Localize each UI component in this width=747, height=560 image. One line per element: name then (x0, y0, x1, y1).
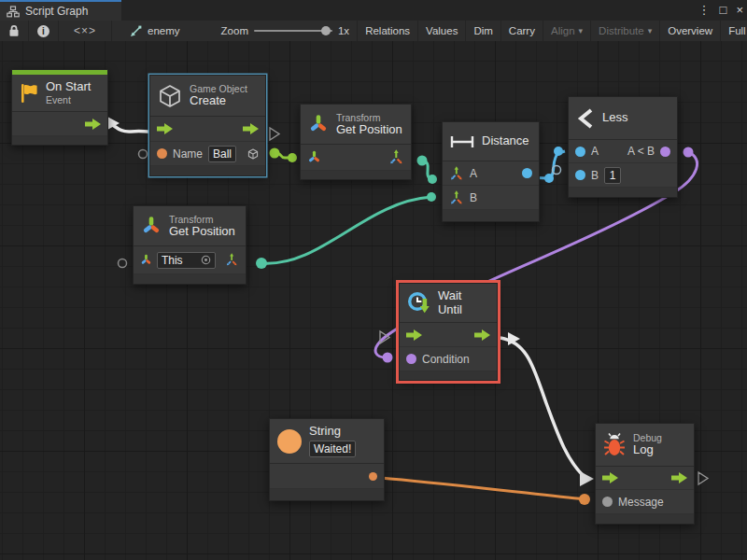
zoom-slider[interactable] (254, 30, 332, 32)
value-output-port[interactable] (660, 147, 670, 157)
node-title: Less (602, 111, 627, 125)
vector3-input-port[interactable] (449, 190, 464, 205)
value-input-port[interactable] (157, 148, 167, 159)
control-input-port[interactable] (406, 329, 422, 341)
node-get-position-bottom[interactable]: Transform Get Position This (133, 205, 247, 285)
value-output-port[interactable] (522, 168, 532, 178)
node-subtitle: Event (46, 94, 91, 105)
node-create-game-object[interactable]: Game Object Create Name Ball (149, 75, 266, 176)
transform-input-port[interactable] (307, 150, 321, 164)
string-icon (277, 429, 302, 454)
chevron-down-icon: ▾ (648, 26, 653, 35)
transform-icon (308, 114, 329, 134)
string-value-field[interactable]: Waited! (309, 441, 356, 457)
node-title: Distance (482, 134, 529, 148)
zoom-label: Zoom (221, 25, 248, 36)
distribute-button[interactable]: Distribute▾ (591, 21, 660, 41)
node-title: Get Position (336, 123, 402, 137)
target-value-field[interactable]: This (157, 252, 216, 269)
info-icon: i (37, 25, 49, 37)
node-footer (12, 136, 107, 145)
dim-button[interactable]: Dim (466, 21, 500, 41)
node-title: Create (190, 94, 247, 108)
lock-icon (8, 24, 20, 37)
value-input-port[interactable] (406, 354, 416, 364)
control-input-port[interactable] (157, 123, 173, 134)
node-get-position-top[interactable]: Transform Get Position (300, 104, 412, 180)
graph-breadcrumb[interactable]: enemy (112, 21, 188, 41)
control-output-port[interactable] (474, 329, 490, 341)
align-button[interactable]: Align▾ (543, 21, 591, 41)
values-button[interactable]: Values (418, 21, 466, 41)
value-input-port[interactable] (602, 497, 613, 507)
port-label: A (470, 167, 477, 180)
node-debug-log[interactable]: Debug Log Message (595, 423, 695, 525)
vector3-output-port[interactable] (388, 149, 404, 165)
graph-name: enemy (148, 25, 180, 36)
control-input-port[interactable] (602, 472, 618, 483)
script-graph-window: Script Graph ⋮ □ × i <×> enemy (0, 0, 747, 560)
node-title: Log (633, 443, 662, 457)
output-label: A < B (627, 145, 655, 158)
node-subtitle: Transform (169, 214, 235, 225)
tab-title: Script Graph (25, 5, 88, 18)
port-label: B (591, 169, 599, 182)
window-menu-icon[interactable]: ⋮ (698, 0, 711, 21)
window-close-icon[interactable]: × (736, 0, 743, 21)
zoom-control: Zoom 1x (188, 21, 359, 41)
control-output-port[interactable] (243, 123, 259, 134)
zoom-slider-handle[interactable] (321, 26, 331, 35)
inspect-button[interactable]: i (29, 21, 59, 41)
name-value-field[interactable]: Ball (208, 146, 236, 162)
transform-input-port[interactable] (140, 253, 152, 267)
code-toggle-icon: <×> (74, 24, 96, 37)
value-input-port[interactable] (575, 170, 585, 180)
chevron-down-icon: ▾ (579, 26, 584, 35)
node-on-start[interactable]: On Start Event (11, 69, 108, 146)
port-label: Message (618, 496, 664, 509)
wait-clock-icon (407, 290, 432, 315)
port-label: B (470, 191, 477, 204)
port-label: A (591, 145, 599, 158)
node-footer (569, 188, 677, 197)
control-output-port[interactable] (85, 119, 101, 130)
cube-icon (158, 84, 182, 108)
value-output-port[interactable] (369, 472, 377, 481)
node-string-literal[interactable]: String Waited! (269, 418, 385, 501)
node-footer (443, 210, 539, 221)
node-footer (150, 166, 265, 175)
tab-script-graph[interactable]: Script Graph (0, 0, 121, 21)
node-distance[interactable]: Distance A B (442, 121, 540, 222)
port-label: Condition (422, 353, 470, 366)
node-footer (270, 489, 384, 500)
game-object-output-port[interactable] (247, 147, 259, 161)
flag-icon (20, 83, 38, 104)
object-picker-icon[interactable] (201, 255, 211, 265)
distance-icon (450, 134, 474, 149)
vector3-output-port[interactable] (225, 252, 239, 268)
node-subtitle: Transform (336, 112, 402, 123)
transform-icon (141, 216, 162, 236)
b-value-field[interactable]: 1 (604, 167, 621, 184)
graph-pointer-icon (129, 25, 142, 37)
graph-hierarchy-icon (7, 6, 20, 18)
node-title: On Start (46, 80, 91, 94)
node-title: Wait Until (438, 289, 489, 317)
node-footer (400, 371, 497, 380)
full-screen-button[interactable]: Full Screen (721, 21, 747, 41)
vector3-input-port[interactable] (449, 166, 464, 181)
title-bar: Script Graph ⋮ □ × (0, 0, 747, 21)
node-wait-until[interactable]: Wait Until Condition (399, 283, 498, 381)
preview-code-button[interactable]: <×> (59, 21, 112, 41)
control-output-port[interactable] (671, 472, 687, 483)
window-maximize-icon[interactable]: □ (720, 0, 727, 21)
node-footer (301, 171, 411, 179)
bug-icon (603, 433, 626, 457)
node-less[interactable]: Less A A < B B 1 (568, 96, 678, 198)
carry-button[interactable]: Carry (501, 21, 543, 41)
value-input-port[interactable] (575, 147, 585, 157)
overview-button[interactable]: Overview (660, 21, 721, 41)
node-footer (134, 274, 246, 284)
lock-button[interactable] (0, 21, 29, 41)
relations-button[interactable]: Relations (358, 21, 418, 41)
